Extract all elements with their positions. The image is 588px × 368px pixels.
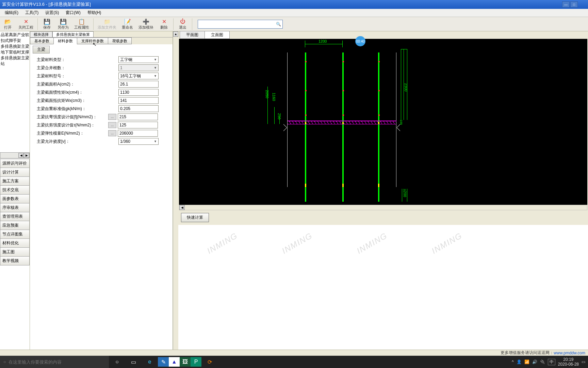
drawing-canvas[interactable]: 1200 2050 1160 250 2300 100 ≥200 [179, 39, 587, 205]
menu-bar: 编辑(E) 工具(T) 设置(S) 窗口(W) 帮助(H) [0, 9, 588, 17]
lookup-button[interactable]: … [108, 114, 116, 120]
edge-icon[interactable]: e [142, 356, 158, 368]
tray-clock[interactable]: 20:19 2020-06-28 [558, 357, 579, 367]
tree-item[interactable]: 品茗高新产业软 [1, 32, 29, 38]
input-bending[interactable]: 215 [118, 113, 158, 120]
input-elastic[interactable]: 206000 [118, 130, 158, 137]
tray-up-icon[interactable]: ^ [512, 359, 514, 364]
app-icon-1[interactable]: ✎ [158, 357, 169, 367]
tree-item[interactable]: 扣式脚手架 [1, 38, 29, 44]
add-module-button[interactable]: ➕添加模块 [136, 17, 156, 31]
input-self-weight[interactable]: 0.205 [118, 105, 159, 112]
project-properties-button[interactable]: 📋工程属性 [71, 17, 92, 31]
tray-wifi-icon[interactable]: 📶 [524, 359, 529, 364]
input-shear[interactable]: 125 [118, 122, 158, 128]
folder-open-icon: 📂 [4, 18, 11, 25]
input-section-modulus[interactable]: 141 [118, 97, 159, 104]
sidebar-item-identify[interactable]: 源辨识与评价 [0, 159, 30, 168]
tab-basic-params[interactable]: 基本参数 [30, 37, 54, 44]
tab-beam-check[interactable]: 多排悬挑架主梁验算 [52, 31, 94, 37]
status-text: 更多增值服务请访问逗逗网： [501, 350, 554, 356]
menu-edit[interactable]: 编辑(E) [1, 9, 22, 17]
select-material-type[interactable]: 工字钢▼ [118, 56, 159, 63]
module-add-icon: ➕ [143, 18, 149, 25]
close-project-button[interactable]: ✕关闭工程 [16, 17, 36, 31]
tab-load-params[interactable]: 荷载参数 [108, 37, 132, 44]
sidebar-item-design[interactable]: 设计计算 [0, 168, 30, 177]
dim-1200: 1200 [318, 39, 327, 43]
sidebar-item-video[interactable]: 教学视频 [0, 256, 30, 265]
minimize-button[interactable]: — [562, 1, 570, 7]
task-view-icon[interactable]: ▭ [125, 356, 142, 368]
app-icon-4[interactable]: P [191, 357, 201, 367]
search-field[interactable] [199, 22, 276, 27]
tab-plan-view[interactable]: 平面图 [180, 31, 205, 39]
tree-item[interactable]: 多排悬挑架主梁验 [1, 55, 29, 61]
cortana-icon[interactable]: ○ [3, 359, 6, 364]
taskbar-search-input[interactable] [9, 359, 109, 365]
tree-item[interactable]: 站 [1, 61, 29, 67]
label-elastic: 主梁弹性模量E(N/mm2)： [37, 131, 108, 136]
menu-tools[interactable]: 工具(T) [22, 9, 42, 17]
tray-volume-icon[interactable]: 🔊 [532, 359, 537, 364]
input-inertia[interactable]: 1130 [118, 89, 159, 96]
select-merge-count[interactable]: 1▼ [118, 64, 159, 71]
search-icon[interactable]: 🔍 [276, 22, 281, 27]
save-as-button[interactable]: 💾另存为 [55, 17, 71, 31]
scroll-left-icon[interactable]: ◀ [179, 205, 185, 210]
sidebar-item-material[interactable]: 材料优化 [0, 239, 30, 248]
chevron-down-icon: ▼ [154, 66, 157, 70]
tray-power-icon[interactable]: 🔌 [540, 359, 545, 364]
search-input[interactable]: 🔍 [198, 20, 283, 29]
rename-button[interactable]: 📝重命名 [119, 17, 136, 31]
menu-help[interactable]: 帮助(H) [84, 9, 105, 17]
scroll-right-icon[interactable]: ▶ [24, 153, 29, 158]
tray-people-icon[interactable]: 👤 [517, 359, 522, 364]
maximize-button[interactable]: □ [570, 1, 578, 7]
select-material-model[interactable]: 16号工字钢▼ [118, 73, 159, 79]
taskbar: ○ ○ ▭ e ✎ ▲ 🖼 P ⟳ ^ 👤 📶 🔊 🔌 中 20:19 2020… [0, 356, 588, 368]
sidebar-item-emergency[interactable]: 应急预案 [0, 221, 30, 230]
status-link[interactable]: www.pmddw.com [554, 351, 585, 355]
delete-button[interactable]: ✕删除 [156, 17, 172, 31]
tab-module-select[interactable]: 模块选择 [30, 31, 52, 37]
menu-settings[interactable]: 设置(S) [42, 9, 62, 17]
sidebar-item-scheme[interactable]: 施工方案 [0, 177, 30, 186]
sidebar-item-audit[interactable]: 序审核表 [0, 203, 30, 212]
sidebar-item-manage[interactable]: 查管理用表 [0, 212, 30, 221]
app-icon-3[interactable]: 🖼 [180, 357, 191, 367]
exit-button[interactable]: ⏻退出 [175, 17, 191, 31]
tree-item[interactable]: 地下室临时支撑设 [1, 49, 29, 55]
canvas-hscroll[interactable]: ◀ [179, 205, 587, 210]
app-icon-2[interactable]: ▲ [169, 357, 180, 367]
input-area[interactable]: 26.1 [118, 81, 159, 88]
lookup-button[interactable]: … [108, 130, 116, 136]
result-area: INMING INMING INMING INMING [178, 225, 588, 356]
sidebar-item-tech[interactable]: 技术交底 [0, 185, 30, 195]
tree-hscroll[interactable]: ◀ ▶ [0, 152, 30, 158]
sidebar-item-params[interactable]: 面参数表 [0, 194, 30, 203]
tab-elevation-view[interactable]: 立面图 [205, 31, 230, 39]
select-deflection[interactable]: 1/360▼ [118, 138, 159, 145]
app-icon-5[interactable]: ⟳ [201, 356, 218, 368]
lookup-button[interactable]: … [108, 122, 116, 128]
close-icon: ✕ [22, 18, 29, 25]
project-tree[interactable]: 品茗高新产业软 扣式脚手架 多排悬挑架主梁验 地下室临时支撑设 多排悬挑架主梁验… [0, 31, 30, 152]
mid-vscroll[interactable]: ▲ ▼ [173, 31, 178, 356]
save-button[interactable]: 💾保存 [39, 17, 55, 31]
open-button[interactable]: 📂打开 [0, 17, 16, 31]
tab-material-params[interactable]: 材料参数 [53, 37, 77, 44]
status-bar: 更多增值服务请访问逗逗网： www.pmddw.com [0, 350, 588, 356]
menu-window[interactable]: 窗口(W) [62, 9, 84, 17]
sidebar-item-detail[interactable]: 节点详图集 [0, 230, 30, 239]
scroll-left-icon[interactable]: ◀ [18, 153, 24, 158]
quick-calc-button[interactable]: 快速计算 [181, 213, 209, 222]
tree-item[interactable]: 多排悬挑架主梁验 [1, 44, 29, 49]
cortana-circle-icon[interactable]: ○ [109, 356, 125, 368]
exit-icon: ⏻ [179, 18, 186, 25]
sidebar-item-drawing[interactable]: 施工图 [0, 247, 30, 257]
tray-ime[interactable]: 中 [548, 359, 555, 365]
tray-notifications-icon[interactable]: ▭ [582, 359, 585, 364]
dim-250: 250 [277, 113, 281, 119]
scroll-up-icon[interactable]: ▲ [173, 31, 178, 37]
